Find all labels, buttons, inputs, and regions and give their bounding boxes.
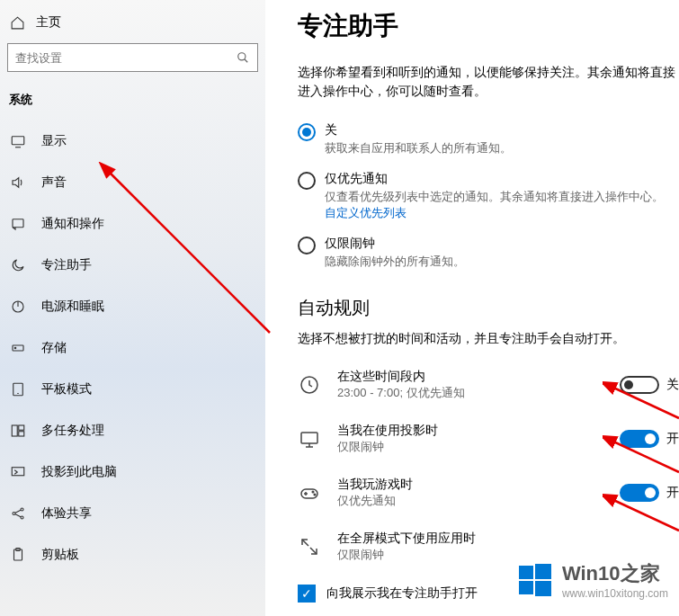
radio-icon bbox=[298, 172, 316, 190]
clipboard-icon bbox=[9, 546, 27, 564]
rule-title: 当我在使用投影时 bbox=[337, 423, 603, 439]
svg-point-0 bbox=[238, 53, 246, 60]
radio-off[interactable]: 关 获取来自应用和联系人的所有通知。 bbox=[298, 122, 679, 156]
svg-rect-40 bbox=[535, 581, 551, 596]
sidebar-item-multitask[interactable]: 多任务处理 bbox=[0, 410, 265, 451]
sidebar-item-focus[interactable]: 专注助手 bbox=[0, 245, 265, 286]
toggle-game[interactable] bbox=[620, 484, 659, 502]
svg-point-16 bbox=[21, 508, 23, 511]
display-icon bbox=[9, 132, 27, 150]
search-box[interactable] bbox=[7, 43, 258, 72]
svg-line-19 bbox=[15, 514, 21, 517]
sidebar-item-project[interactable]: 投影到此电脑 bbox=[0, 451, 265, 493]
radio-icon bbox=[298, 123, 316, 141]
rule-project[interactable]: 当我在使用投影时 仅限闹钟 开 bbox=[298, 423, 679, 455]
sidebar-item-label: 多任务处理 bbox=[41, 423, 104, 439]
home-icon bbox=[9, 14, 25, 31]
toggle-label: 开 bbox=[666, 485, 679, 501]
sidebar-item-label: 显示 bbox=[41, 133, 67, 149]
moon-icon bbox=[9, 256, 27, 274]
svg-rect-23 bbox=[301, 433, 317, 443]
radio-title: 关 bbox=[325, 122, 679, 138]
svg-rect-4 bbox=[13, 219, 23, 228]
search-icon bbox=[236, 50, 250, 65]
toggle-time[interactable] bbox=[620, 376, 659, 394]
svg-rect-11 bbox=[12, 425, 17, 436]
toggle-label: 关 bbox=[666, 377, 679, 393]
sidebar-item-power[interactable]: 电源和睡眠 bbox=[0, 286, 265, 327]
rule-title: 当我玩游戏时 bbox=[337, 477, 603, 493]
rule-sub: 23:00 - 7:00; 仅优先通知 bbox=[337, 385, 603, 401]
watermark-title: Win10之家 bbox=[562, 560, 668, 587]
sidebar-item-sound[interactable]: 声音 bbox=[0, 162, 265, 203]
checkbox-label: 向我展示我在专注助手打开 bbox=[326, 585, 478, 602]
svg-rect-37 bbox=[519, 566, 533, 579]
rule-time[interactable]: 在这些时间段内 23:00 - 7:00; 仅优先通知 关 bbox=[298, 369, 679, 401]
page-title: 专注助手 bbox=[298, 9, 679, 43]
sidebar-item-label: 剪贴板 bbox=[41, 547, 79, 563]
sidebar-item-tablet[interactable]: 平板模式 bbox=[0, 369, 265, 410]
rules-desc: 选择不想被打扰的时间和活动，并且专注助手会自动打开。 bbox=[298, 331, 679, 347]
multitask-icon bbox=[9, 422, 27, 440]
svg-rect-14 bbox=[12, 468, 24, 476]
sidebar-item-label: 存储 bbox=[41, 340, 67, 356]
sidebar-item-share[interactable]: 体验共享 bbox=[0, 493, 265, 534]
svg-point-15 bbox=[13, 513, 15, 515]
home-row[interactable]: 主页 bbox=[0, 7, 265, 38]
main-content: 专注助手 选择你希望看到和听到的通知，以便能够保持关注。其余通知将直接进入操作中… bbox=[265, 0, 679, 616]
rule-sub: 仅限闹钟 bbox=[337, 439, 603, 455]
svg-point-30 bbox=[314, 494, 316, 495]
radio-sub: 隐藏除闹钟外的所有通知。 bbox=[325, 254, 679, 270]
gamepad-icon bbox=[298, 481, 321, 504]
svg-rect-39 bbox=[519, 581, 533, 594]
watermark-url: www.win10xitong.com bbox=[562, 587, 668, 600]
rule-fullscreen[interactable]: 在全屏模式下使用应用时 仅限闹钟 bbox=[298, 531, 679, 563]
svg-point-29 bbox=[312, 491, 314, 493]
svg-line-1 bbox=[245, 59, 248, 63]
page-description: 选择你希望看到和听到的通知，以便能够保持关注。其余通知将直接进入操作中心，你可以… bbox=[298, 63, 679, 101]
radio-sub: 获取来自应用和联系人的所有通知。 bbox=[325, 140, 679, 156]
sidebar-item-clipboard[interactable]: 剪贴板 bbox=[0, 534, 265, 576]
toggle-project[interactable] bbox=[620, 430, 659, 448]
watermark: Win10之家 www.win10xitong.com bbox=[517, 560, 668, 600]
toggle-label: 开 bbox=[666, 431, 679, 447]
rule-title: 在全屏模式下使用应用时 bbox=[337, 531, 679, 547]
svg-rect-13 bbox=[19, 432, 24, 436]
monitor-icon bbox=[298, 427, 321, 451]
svg-line-31 bbox=[302, 540, 308, 546]
sidebar-item-label: 投影到此电脑 bbox=[41, 464, 117, 480]
radio-sub: 仅查看优先级列表中选定的通知。其余通知将直接进入操作中心。 bbox=[325, 189, 679, 205]
svg-point-8 bbox=[14, 347, 16, 349]
radio-title: 仅优先通知 bbox=[325, 171, 679, 187]
sidebar-item-display[interactable]: 显示 bbox=[0, 121, 265, 162]
sidebar-item-notifications[interactable]: 通知和操作 bbox=[0, 203, 265, 245]
tablet-icon bbox=[9, 380, 27, 398]
search-input[interactable] bbox=[15, 51, 236, 65]
svg-point-17 bbox=[21, 516, 23, 519]
radio-alarms[interactable]: 仅限闹钟 隐藏除闹钟外的所有通知。 bbox=[298, 236, 679, 270]
windows-logo-icon bbox=[517, 562, 553, 598]
rule-sub: 仅优先通知 bbox=[337, 493, 603, 509]
priority-link[interactable]: 自定义优先列表 bbox=[325, 205, 679, 221]
notification-icon bbox=[9, 215, 27, 233]
sidebar-item-storage[interactable]: 存储 bbox=[0, 327, 265, 369]
svg-rect-12 bbox=[19, 425, 24, 430]
sidebar-item-label: 通知和操作 bbox=[41, 216, 104, 232]
svg-line-32 bbox=[310, 548, 317, 554]
radio-icon bbox=[298, 237, 316, 254]
clock-icon bbox=[298, 373, 321, 397]
sound-icon bbox=[9, 174, 27, 192]
radio-priority[interactable]: 仅优先通知 仅查看优先级列表中选定的通知。其余通知将直接进入操作中心。 自定义优… bbox=[298, 171, 679, 221]
svg-line-18 bbox=[15, 510, 21, 513]
svg-rect-38 bbox=[535, 564, 551, 579]
sidebar-item-label: 平板模式 bbox=[41, 381, 92, 397]
sidebar-item-label: 电源和睡眠 bbox=[41, 299, 104, 315]
sidebar-item-label: 体验共享 bbox=[41, 505, 92, 522]
share-icon bbox=[9, 504, 27, 522]
svg-rect-2 bbox=[12, 137, 24, 145]
radio-title: 仅限闹钟 bbox=[325, 236, 679, 252]
checkbox-icon: ✓ bbox=[298, 585, 316, 603]
rule-title: 在这些时间段内 bbox=[337, 369, 603, 385]
project-icon bbox=[9, 463, 27, 481]
rule-game[interactable]: 当我玩游戏时 仅优先通知 开 bbox=[298, 477, 679, 509]
